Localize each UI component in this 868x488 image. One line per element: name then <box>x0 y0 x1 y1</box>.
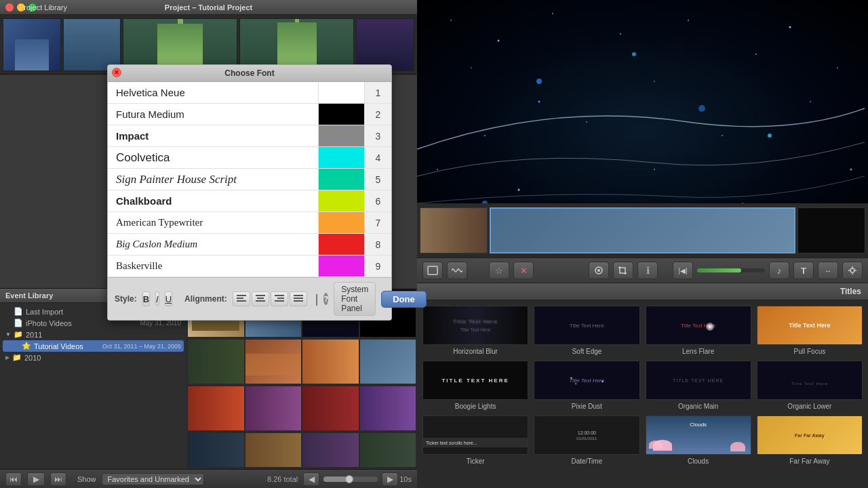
info-button[interactable]: ℹ <box>637 262 658 279</box>
done-button[interactable]: Done <box>381 291 427 308</box>
zoom-slider[interactable] <box>323 476 378 482</box>
video-thumb-7[interactable] <box>302 340 359 384</box>
bold-button[interactable]: B <box>142 291 150 306</box>
align-left[interactable] <box>233 291 250 306</box>
title-item-softedge[interactable]: Title Text Here Soft Edge <box>534 306 639 355</box>
font-row-8[interactable]: Big Caslon Medium 8 <box>108 234 391 256</box>
title-item-hblur[interactable]: Title Text Here Title Text Here Horizont… <box>422 306 528 355</box>
video-thumb-13[interactable] <box>188 433 244 467</box>
title-label-datetime: Date/Time <box>571 458 602 465</box>
video-thumb-11[interactable] <box>302 386 359 430</box>
title-item-organic[interactable]: TITLE TEXT HERE Organic Main <box>646 361 751 410</box>
reject-button[interactable]: ✕ <box>513 262 534 279</box>
underline-button[interactable]: U <box>165 291 172 306</box>
thumb-1[interactable] <box>3 18 61 71</box>
svg-point-22 <box>654 81 655 82</box>
thumb-5[interactable] <box>356 18 414 71</box>
video-thumb-6[interactable] <box>245 340 302 384</box>
title-item-boogie[interactable]: TITLE TEXT HERE Boogie Lights <box>422 361 528 410</box>
color-correction[interactable] <box>589 262 609 279</box>
system-font-panel-button[interactable]: System Font Panel <box>334 282 376 316</box>
font-num-8: 8 <box>364 234 391 255</box>
thumb-4[interactable] <box>239 18 354 71</box>
title-thumb-boogie: TITLE TEXT HERE <box>422 361 528 400</box>
event-item-2011[interactable]: ▼ 📁 2011 <box>3 329 184 340</box>
nav-prev[interactable]: ◀ <box>303 472 319 486</box>
settings-tool[interactable] <box>842 262 863 279</box>
italic-button[interactable]: I <box>155 291 159 306</box>
font-row-1[interactable]: Helvetica Neue 1 <box>108 82 391 104</box>
font-row-9[interactable]: Baskerville 9 <box>108 256 391 277</box>
play-button[interactable]: ▶ <box>27 472 45 486</box>
font-row-5[interactable]: Sign Painter House Script 5 <box>108 169 391 190</box>
font-row-2[interactable]: Futura Medium 2 <box>108 104 391 125</box>
font-num-9: 9 <box>364 256 391 277</box>
svg-rect-4 <box>257 298 264 299</box>
align-justify[interactable] <box>290 291 307 306</box>
font-row-6[interactable]: Chalkboard 6 <box>108 190 391 212</box>
text-tool[interactable]: T <box>793 262 814 279</box>
title-label-hblur: Horizontal Blur <box>453 348 498 355</box>
font-color-2 <box>318 104 364 125</box>
font-row-3[interactable]: Impact 3 <box>108 125 391 147</box>
video-thumb-10[interactable] <box>245 386 302 430</box>
preview-toolbar: ☆ ✕ ℹ |◀| ♪ T ↔ <box>417 258 868 283</box>
progress-track[interactable] <box>697 268 765 272</box>
title-item-lensflare[interactable]: Title Text Here Lens Flare <box>646 306 751 355</box>
event-item-tutorial-videos[interactable]: ⭐ Tutorial Videos Oct 31, 2011 – May 21,… <box>3 340 184 352</box>
show-select[interactable]: Favorites and Unmarked All Clips <box>102 473 204 485</box>
svg-point-14 <box>450 20 452 21</box>
title-item-clouds[interactable]: Clouds Clouds <box>646 415 751 465</box>
thumb-3[interactable] <box>123 18 237 71</box>
prev-thumb-1[interactable] <box>420 207 488 253</box>
title-label-ticker: Ticker <box>467 458 485 465</box>
font-num-5: 5 <box>364 169 391 190</box>
title-item-pullfocus[interactable]: Title Text Here Pull Focus <box>757 306 863 355</box>
svg-point-33 <box>850 169 852 171</box>
audio-icon[interactable]: ♪ <box>769 262 789 279</box>
video-thumb-15[interactable] <box>302 433 359 467</box>
window-title: Project – Tutorial Project <box>165 3 252 12</box>
video-thumb-14[interactable] <box>245 433 302 467</box>
zoom-out[interactable]: |◀| <box>673 262 693 279</box>
show-label: Show <box>77 475 96 483</box>
video-thumb-5[interactable] <box>188 340 244 384</box>
svg-point-35 <box>536 79 542 84</box>
nav-next[interactable]: ▶ <box>382 472 398 486</box>
font-row-4[interactable]: Coolvetica 4 <box>108 147 391 169</box>
font-num-1: 1 <box>364 82 391 103</box>
prev-thumb-3[interactable] <box>797 207 865 253</box>
title-item-organiclower[interactable]: Title Text Here Organic Lower <box>757 361 863 410</box>
align-center[interactable] <box>252 291 269 306</box>
thumb-2[interactable] <box>63 18 121 71</box>
title-thumb-pixie: Title Text Here ✦ ✦ ✦ <box>534 361 639 400</box>
video-thumb-8[interactable] <box>360 340 416 384</box>
crop-button[interactable] <box>613 262 633 279</box>
svg-point-27 <box>586 121 587 123</box>
close-button[interactable] <box>5 3 14 12</box>
transition-tool[interactable]: ↔ <box>818 262 838 279</box>
help-icon[interactable]: ? <box>323 293 328 305</box>
prev-thumb-2[interactable] <box>490 207 795 253</box>
font-num-4: 4 <box>364 147 391 168</box>
back-button[interactable]: ⏮ <box>5 472 22 486</box>
forward-button[interactable]: ⏭ <box>50 472 66 486</box>
title-item-datetime[interactable]: 12:00:00 01/01/2011 Date/Time <box>534 415 639 465</box>
font-row-7[interactable]: American Typewriter 7 <box>108 212 391 234</box>
title-thumb-farfar: Far Far Away <box>757 415 863 455</box>
waveform-button[interactable] <box>447 262 467 279</box>
clip-view-button[interactable] <box>422 262 443 279</box>
title-item-pixie[interactable]: Title Text Here ✦ ✦ ✦ Pixie Dust <box>534 361 639 410</box>
alignment-label: Alignment: <box>184 294 227 304</box>
event-item-2010[interactable]: ▶ 📁 2010 <box>3 352 184 363</box>
video-thumb-16[interactable] <box>360 433 416 467</box>
favorite-button[interactable]: ☆ <box>489 262 509 279</box>
title-item-farfar[interactable]: Far Far Away Far Far Away <box>757 415 863 465</box>
video-grid-3 <box>186 385 417 432</box>
title-item-ticker[interactable]: Ticker text scrolls here... Ticker <box>422 415 528 465</box>
left-panel: Project Library Project – Tutorial Proje… <box>0 0 417 488</box>
video-thumb-12[interactable] <box>360 386 416 430</box>
video-thumb-9[interactable] <box>188 386 244 430</box>
align-right[interactable] <box>271 291 288 306</box>
font-panel-close[interactable]: ✕ <box>112 68 121 77</box>
